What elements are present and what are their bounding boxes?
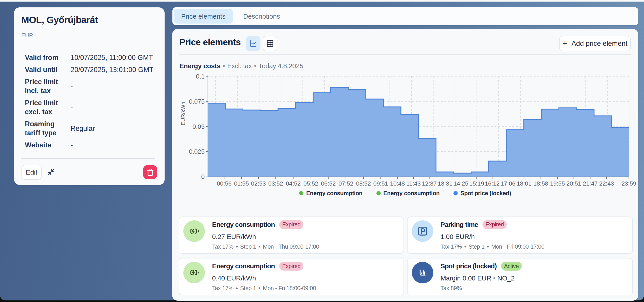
svg-text:22:43: 22:43 <box>599 180 614 187</box>
svg-text:01:55: 01:55 <box>234 180 249 187</box>
svg-text:0.05: 0.05 <box>192 123 205 130</box>
svg-text:0.1: 0.1 <box>196 73 205 80</box>
svg-text:00:56: 00:56 <box>217 180 232 187</box>
svg-text:14:25: 14:25 <box>454 180 468 187</box>
svg-text:11:43: 11:43 <box>406 180 421 187</box>
svg-text:0: 0 <box>201 173 205 180</box>
svg-text:0.025: 0.025 <box>189 148 205 155</box>
svg-text:13:31: 13:31 <box>438 180 452 187</box>
svg-text:18:01: 18:01 <box>517 180 532 187</box>
svg-text:20:51: 20:51 <box>566 180 581 187</box>
svg-text:03:52: 03:52 <box>268 180 283 187</box>
svg-text:06:52: 06:52 <box>321 180 336 187</box>
svg-text:15:19: 15:19 <box>469 180 484 187</box>
svg-text:19:55: 19:55 <box>550 180 565 187</box>
svg-text:04:52: 04:52 <box>286 180 301 187</box>
svg-text:17:06: 17:06 <box>501 180 516 187</box>
svg-text:07:52: 07:52 <box>338 180 353 187</box>
svg-text:05:52: 05:52 <box>304 180 318 187</box>
svg-text:12:37: 12:37 <box>422 180 437 187</box>
svg-text:16:12: 16:12 <box>485 180 500 187</box>
svg-text:EUR/kWh: EUR/kWh <box>180 102 186 125</box>
svg-text:21:47: 21:47 <box>583 180 598 187</box>
svg-text:08:52: 08:52 <box>356 180 371 187</box>
svg-text:0.075: 0.075 <box>189 98 205 105</box>
svg-text:18:58: 18:58 <box>534 180 548 187</box>
svg-text:23:59: 23:59 <box>622 180 636 187</box>
svg-text:09:51: 09:51 <box>373 180 388 187</box>
svg-text:02:53: 02:53 <box>251 180 266 187</box>
svg-text:10:48: 10:48 <box>390 180 405 187</box>
